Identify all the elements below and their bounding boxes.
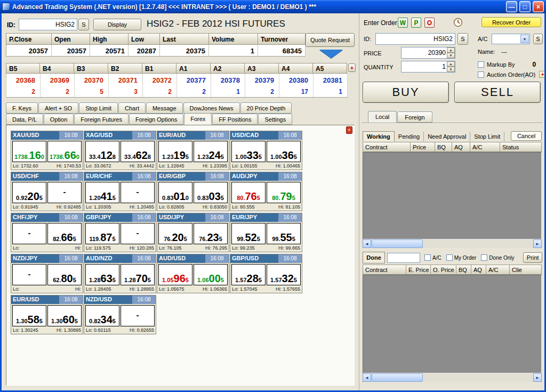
column-header-o-price[interactable]: O. Price bbox=[431, 265, 456, 275]
spin-up-icon[interactable]: ▲ bbox=[447, 61, 455, 67]
contract-search-button[interactable]: S bbox=[78, 19, 89, 30]
tab-stop-limit[interactable]: Stop Limit bbox=[470, 132, 504, 141]
close-button[interactable]: × bbox=[533, 1, 544, 12]
spin-down-icon[interactable]: ▼ bbox=[447, 67, 455, 72]
tab-message[interactable]: Message bbox=[146, 102, 183, 114]
tab-need-approval[interactable]: Need Approval bbox=[424, 132, 470, 141]
tab-working[interactable]: Working bbox=[363, 131, 395, 141]
forex-bid-price[interactable]: 1.20415 bbox=[85, 182, 119, 203]
column-header-price[interactable]: Price bbox=[411, 142, 435, 152]
forex-ask-price[interactable]: 62.805 bbox=[47, 264, 82, 285]
column-header-aq[interactable]: AQ bbox=[452, 142, 470, 152]
working-table-body[interactable] bbox=[363, 152, 542, 239]
scroll-left-icon[interactable]: ◄ bbox=[363, 373, 371, 382]
forex-ask-price[interactable]: 76.235 bbox=[194, 223, 228, 244]
column-header-clie[interactable]: Clie bbox=[510, 265, 542, 275]
depth-price[interactable]: 20372 bbox=[143, 74, 177, 86]
depth-price[interactable]: 20380 bbox=[279, 74, 314, 86]
scrollbar-track[interactable] bbox=[371, 239, 533, 248]
done-table-scrollbar[interactable]: ◄ ► bbox=[363, 373, 542, 382]
scroll-right-icon[interactable]: ► bbox=[533, 239, 542, 248]
forex-bid-price[interactable]: 1.23195 bbox=[158, 141, 192, 162]
order-status-w-button[interactable]: W bbox=[398, 18, 408, 28]
forex-bid-price[interactable]: 76.205 bbox=[158, 223, 192, 244]
print-button[interactable]: Print bbox=[523, 252, 542, 263]
forex-bid-price[interactable]: 0.83010 bbox=[158, 182, 192, 203]
spin-down-icon[interactable]: ▼ bbox=[447, 53, 455, 58]
forex-bid-price[interactable]: 119.875 bbox=[85, 223, 119, 244]
checkbox-my-order[interactable] bbox=[446, 254, 453, 261]
forex-ask-price[interactable]: 1.57325 bbox=[267, 264, 301, 285]
tab-done[interactable]: Done bbox=[363, 252, 385, 263]
account-select[interactable]: ▼ bbox=[492, 34, 530, 44]
depth-price[interactable]: 20377 bbox=[177, 74, 211, 86]
depth-price[interactable]: 20381 bbox=[314, 74, 348, 86]
forex-ask-price[interactable]: 1.00365 bbox=[267, 141, 301, 162]
column-header-contract[interactable]: Contract bbox=[363, 265, 406, 275]
display-button[interactable]: Display bbox=[93, 19, 141, 30]
forex-bid-price[interactable]: 99.525 bbox=[231, 223, 266, 244]
column-header-a-c[interactable]: A/C bbox=[470, 142, 500, 152]
tab-local[interactable]: Local bbox=[368, 111, 397, 123]
forex-ask-price[interactable]: 33.4628 bbox=[121, 141, 155, 162]
forex-bid-price[interactable]: 1.00335 bbox=[231, 141, 266, 162]
depth-price[interactable]: 20369 bbox=[41, 74, 75, 86]
auction-checkbox[interactable] bbox=[478, 71, 484, 78]
forex-bid-price[interactable]: - bbox=[12, 264, 46, 285]
auction-add-icon[interactable]: + bbox=[539, 71, 544, 78]
tab-stop-limit[interactable]: Stop Limit bbox=[79, 102, 118, 114]
tab-foreign-futures[interactable]: Foreign Futures bbox=[74, 114, 129, 125]
column-header-bq[interactable]: BQ bbox=[435, 142, 452, 152]
account-search-button[interactable]: S bbox=[533, 34, 543, 44]
clock-icon[interactable] bbox=[453, 18, 463, 27]
forex-bid-price[interactable]: 1.05965 bbox=[158, 264, 192, 285]
forex-bid-price[interactable]: 80.765 bbox=[231, 182, 266, 203]
contract-id-input[interactable] bbox=[19, 19, 77, 30]
cancel-button[interactable]: Cancel bbox=[511, 131, 542, 141]
forex-ask-price[interactable]: 1.30605 bbox=[47, 305, 82, 326]
scrollbar-thumb[interactable] bbox=[372, 373, 423, 382]
forex-ask-price[interactable]: - bbox=[121, 182, 155, 203]
forex-ask-price[interactable]: 99.555 bbox=[267, 223, 301, 244]
tab-forex[interactable]: Forex bbox=[184, 113, 212, 125]
scroll-right-icon[interactable]: ► bbox=[533, 373, 542, 382]
recover-order-button[interactable]: Recover Order bbox=[481, 17, 541, 27]
forex-ask-price[interactable]: - bbox=[47, 182, 82, 203]
panel-detach-icon[interactable]: + bbox=[346, 126, 352, 134]
depth-price[interactable]: 20379 bbox=[245, 74, 279, 86]
tab-f-keys[interactable]: F. Keys bbox=[6, 102, 38, 114]
working-table-scrollbar[interactable]: ◄ ► bbox=[363, 239, 542, 248]
forex-bid-price[interactable]: 0.82345 bbox=[85, 305, 119, 326]
tab-alert-so[interactable]: Alert + SO bbox=[38, 102, 78, 114]
forex-ask-price[interactable]: 0.83035 bbox=[194, 182, 228, 203]
depth-add-icon[interactable]: + bbox=[348, 63, 356, 72]
order-id-search-button[interactable]: S bbox=[457, 33, 468, 45]
forex-ask-price[interactable]: 1.23245 bbox=[194, 141, 228, 162]
sell-button[interactable]: SELL bbox=[454, 82, 541, 103]
depth-price[interactable]: 20368 bbox=[6, 74, 41, 86]
spin-up-icon[interactable]: ▲ bbox=[447, 47, 455, 53]
forex-bid-price[interactable]: 0.92205 bbox=[12, 182, 46, 203]
forex-bid-price[interactable]: 1.57285 bbox=[231, 264, 266, 285]
depth-price[interactable]: 20370 bbox=[75, 74, 109, 86]
depth-price[interactable]: 20371 bbox=[109, 74, 143, 86]
forex-ask-price[interactable]: - bbox=[121, 305, 155, 326]
forex-bid-price[interactable]: - bbox=[12, 223, 46, 244]
forex-ask-price[interactable]: 1738.660 bbox=[47, 141, 82, 162]
forex-bid-price[interactable]: 33.4128 bbox=[85, 141, 119, 162]
forex-ask-price[interactable]: - bbox=[121, 223, 155, 244]
checkbox-a-c[interactable] bbox=[424, 254, 431, 261]
column-header-aq[interactable]: AQ bbox=[471, 265, 486, 275]
depth-price[interactable]: 20378 bbox=[211, 74, 245, 86]
order-id-input[interactable] bbox=[375, 33, 455, 45]
forex-ask-price[interactable]: 1.28705 bbox=[121, 264, 155, 285]
column-header-contract[interactable]: Contract bbox=[363, 142, 411, 152]
forex-ask-price[interactable]: 82.665 bbox=[47, 223, 82, 244]
done-table-body[interactable] bbox=[363, 275, 542, 373]
tab-dowjones-news[interactable]: DowJones News bbox=[183, 102, 240, 114]
forex-bid-price[interactable]: 1.28635 bbox=[85, 264, 119, 285]
tab-settings[interactable]: Settings bbox=[258, 114, 292, 125]
tab-option[interactable]: Option bbox=[44, 114, 74, 125]
forex-ask-price[interactable]: 1.06005 bbox=[194, 264, 228, 285]
column-header-a-c[interactable]: A/C bbox=[486, 265, 510, 275]
